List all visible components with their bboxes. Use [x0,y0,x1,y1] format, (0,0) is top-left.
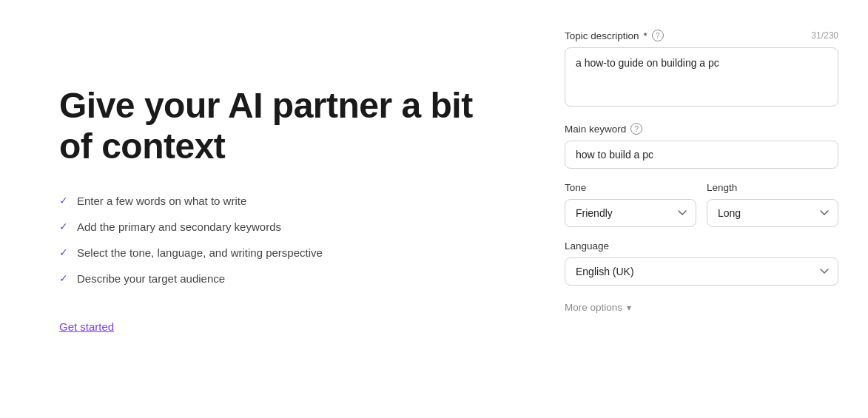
topic-description-input[interactable] [565,47,838,107]
heading-line1: Give your AI partner a bit [59,86,473,125]
length-label-text: Length [707,182,737,193]
topic-label-text: Topic description [565,30,639,41]
length-label: Length [707,182,737,193]
topic-description-group: Topic description * ? 31/230 [565,30,838,109]
list-item: ✓ Enter a few words on what to write [59,193,483,209]
list-item-text: Enter a few words on what to write [77,193,246,209]
get-started-link[interactable]: Get started [59,320,114,333]
list-item-text: Describe your target audience [77,271,225,286]
topic-label: Topic description * ? [565,30,664,41]
tone-length-row: Tone Friendly Professional Casual Formal… [565,182,838,227]
language-select[interactable]: English (UK) English (US) Spanish French… [565,257,838,286]
heading-line2: of context [59,127,225,166]
more-options-label[interactable]: More options [565,302,622,313]
check-icon: ✓ [59,272,68,286]
checklist: ✓ Enter a few words on what to write ✓ A… [59,193,483,297]
list-item: ✓ Describe your target audience [59,271,483,286]
keyword-label: Main keyword ? [565,123,642,135]
tone-label-text: Tone [565,182,586,193]
list-item: ✓ Select the tone, language, and writing… [59,245,483,260]
keyword-help-icon[interactable]: ? [630,123,642,135]
length-group: Length Short Medium Long Extra Long [707,182,838,227]
list-item: ✓ Add the primary and secondary keywords [59,219,483,235]
main-heading: Give your AI partner a bit of context [59,85,483,166]
topic-help-icon[interactable]: ? [652,30,664,41]
tone-label-row: Tone [565,182,696,193]
right-panel: Topic description * ? 31/230 Main keywor… [542,0,868,418]
required-marker: * [644,30,647,41]
more-options-row[interactable]: More options ▾ [565,302,838,313]
language-label: Language [565,240,609,252]
tone-group: Tone Friendly Professional Casual Formal… [565,182,696,227]
main-keyword-group: Main keyword ? [565,123,838,169]
list-item-text: Add the primary and secondary keywords [77,219,281,235]
main-keyword-input[interactable] [565,141,838,169]
tone-label: Tone [565,182,586,193]
check-icon: ✓ [59,220,68,235]
length-select[interactable]: Short Medium Long Extra Long [707,199,838,227]
keyword-label-text: Main keyword [565,124,626,135]
char-count: 31/230 [811,30,838,41]
language-label-text: Language [565,240,609,252]
check-icon: ✓ [59,194,68,209]
left-panel: Give your AI partner a bit of context ✓ … [0,0,542,418]
language-group: Language English (UK) English (US) Spani… [565,240,838,286]
check-icon: ✓ [59,246,68,260]
topic-label-row: Topic description * ? 31/230 [565,30,838,41]
length-label-row: Length [707,182,838,193]
language-label-row: Language [565,240,838,252]
tone-select[interactable]: Friendly Professional Casual Formal Humo… [565,199,696,227]
keyword-label-row: Main keyword ? [565,123,838,135]
chevron-down-icon: ▾ [627,303,631,313]
list-item-text: Select the tone, language, and writing p… [77,245,323,260]
